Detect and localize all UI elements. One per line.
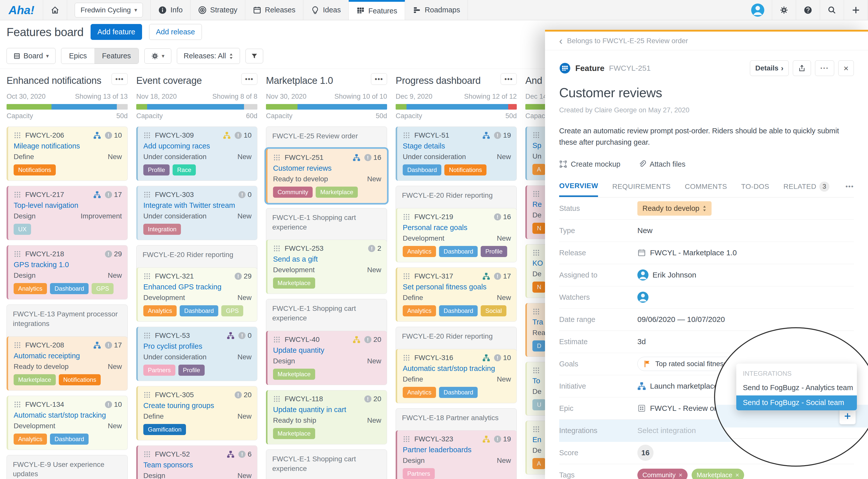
user-menu[interactable] (744, 0, 772, 20)
feature-card[interactable]: FWCYL-316!10Automatic start/stop trackin… (396, 349, 517, 403)
feature-title-link[interactable]: Personal race goals (403, 223, 511, 232)
help-button[interactable] (796, 0, 820, 20)
tab-requirements[interactable]: REQUIREMENTS (612, 183, 671, 196)
feature-title-link[interactable]: Customer reviews (273, 164, 381, 173)
product-picker[interactable]: Fredwin Cycling▾ (67, 0, 151, 20)
tag-pill[interactable]: Community× (638, 469, 688, 479)
feature-title-link[interactable]: GPS tracking 1.0 (13, 261, 122, 269)
aha-logo[interactable]: Aha! (0, 0, 43, 20)
more-actions-button[interactable]: ··· (815, 60, 834, 76)
nav-item-strategy[interactable]: Strategy (190, 0, 245, 20)
nav-item-label: Roadmaps (425, 6, 460, 14)
board-view-dropdown[interactable]: Board ▾ (6, 48, 56, 64)
feature-card[interactable]: FWCYL-309!10Add upcoming racesUnder cons… (136, 126, 257, 181)
info-icon (158, 6, 167, 14)
feature-title-link[interactable]: Send as a gift (273, 255, 381, 263)
column-menu-button[interactable]: ••• (241, 73, 257, 85)
nav-item-roadmaps[interactable]: Roadmaps (405, 0, 468, 20)
segment-epics[interactable]: Epics (61, 48, 94, 64)
feature-card[interactable]: FWCYL-305!20Create touring groupsDefineN… (136, 386, 257, 440)
feature-card[interactable]: FWCYL-206!10Mileage notificationsDefineN… (6, 126, 128, 181)
remove-icon[interactable]: × (679, 471, 682, 479)
feature-title-link[interactable]: Add upcoming races (143, 142, 252, 150)
feature-description[interactable]: Create an automatic review prompt post-o… (559, 125, 847, 148)
feature-title-link[interactable]: Automatic receipting (13, 352, 122, 360)
feature-title[interactable]: Customer reviews (559, 85, 854, 100)
epic-card[interactable]: FWCYL-E-9 User experience updates (6, 455, 128, 479)
feature-card[interactable]: FWCYL-253!2Send as a giftDevelopmentNewM… (266, 240, 387, 294)
top-navigation: Aha! Fredwin Cycling▾ InfoStrategyReleas… (0, 0, 868, 20)
plus-button[interactable] (844, 0, 868, 20)
epic-card[interactable]: FWCYL-E-1 Shopping cart experience (266, 449, 387, 479)
details-button[interactable]: Details › (750, 60, 789, 76)
feature-card[interactable]: FWCYL-251!16Customer reviewsReady to dev… (266, 149, 387, 203)
attach-files-button[interactable]: Attach files (638, 160, 686, 169)
tab-comments[interactable]: COMMENTS (685, 183, 727, 196)
column-menu-button[interactable]: ••• (501, 73, 517, 85)
tabs-more-button[interactable]: ••• (845, 183, 854, 196)
column-menu-button[interactable]: ••• (112, 73, 128, 85)
close-button[interactable]: × (838, 60, 854, 76)
remove-icon[interactable]: × (735, 471, 739, 479)
segment-features[interactable]: Features (94, 48, 138, 64)
nav-item-features[interactable]: Features (349, 0, 405, 20)
feature-title-link[interactable]: Set personal fitness goals (403, 283, 511, 291)
tab-overview[interactable]: OVERVIEW (559, 182, 598, 197)
feature-title-link[interactable]: Stage details (403, 142, 511, 150)
board-settings-dropdown[interactable]: ▾ (144, 49, 171, 64)
gear-icon (151, 52, 159, 60)
feature-card[interactable]: FWCYL-217!17Top-level navigationDesignIm… (6, 186, 128, 240)
feature-card[interactable]: FWCYL-218!29GPS tracking 1.0DesignNewAna… (6, 245, 128, 299)
feature-title-link[interactable]: Update quantity (273, 346, 381, 355)
feature-card[interactable]: FWCYL-51!19Stage detailsUnder considerat… (396, 126, 517, 181)
epic-card[interactable]: FWCYL-E-1 Shopping cart experience (266, 208, 387, 244)
feature-title-link[interactable]: Integrate with Twitter stream (143, 201, 252, 210)
nav-item-ideas[interactable]: Ideas (303, 0, 349, 20)
share-button[interactable] (793, 60, 811, 76)
feature-card[interactable]: FWCYL-40!20Update quantityDesignNewMarke… (266, 331, 387, 385)
breadcrumb[interactable]: ‹ Belongs to FWCYL-E-25 Review order (545, 32, 868, 50)
score-value[interactable]: 16 (638, 445, 653, 461)
feature-card[interactable]: FWCYL-321!29Enhanced GPS trackingDevelop… (136, 267, 257, 322)
home-button[interactable] (43, 0, 67, 20)
nav-item-info[interactable]: Info (151, 0, 190, 20)
feature-title-link[interactable]: Automatic start/stop tracking (13, 411, 122, 419)
feature-card[interactable]: FWCYL-303!0Integrate with Twitter stream… (136, 186, 257, 240)
feature-title-link[interactable]: Update quantity in cart (273, 406, 381, 414)
feature-card[interactable]: FWCYL-317!17Set personal fitness goalsDe… (396, 267, 517, 322)
add-feature-button[interactable]: Add feature (91, 24, 142, 40)
card-status-row: DesignNew (403, 456, 511, 465)
feature-card[interactable]: FWCYL-52!6Team sponsorsDesignNewCommunit… (136, 445, 257, 479)
feature-title-link[interactable]: Create touring groups (143, 401, 252, 410)
column-menu-button[interactable]: ••• (371, 73, 387, 85)
tag-pill[interactable]: Marketplace× (692, 469, 744, 479)
feature-card[interactable]: FWCYL-118!20Update quantity in cartReady… (266, 390, 387, 444)
feature-title-link[interactable]: Partner leaderboards (403, 446, 511, 454)
nav-item-releases[interactable]: Releases (245, 0, 303, 20)
create-mockup-button[interactable]: Create mockup (559, 160, 620, 169)
search-button[interactable] (820, 0, 844, 20)
tab-to-dos[interactable]: TO-DOS (741, 183, 769, 196)
feature-title-link[interactable]: Automatic start/stop tracking (403, 364, 511, 373)
tab-related[interactable]: RELATED3 (783, 182, 830, 197)
gear-button[interactable] (772, 0, 796, 20)
dropdown-option[interactable]: Send to FogBugz - Analytics team (736, 381, 857, 395)
feature-title-link[interactable]: Mileage notifications (13, 142, 122, 150)
feature-title-link[interactable]: Top-level navigation (13, 201, 122, 210)
epic-card[interactable]: FWCYL-E-1 Shopping cart experience (266, 299, 387, 335)
feature-title-link[interactable]: Enhanced GPS tracking (143, 283, 252, 291)
epic-card[interactable]: FWCYL-E-13 Payment processor integration… (6, 304, 128, 340)
integration-placeholder[interactable]: Select integration (638, 426, 696, 435)
feature-title-link[interactable]: Pro cyclist profiles (143, 342, 252, 351)
feature-card[interactable]: FWCYL-134!10Automatic start/stop trackin… (6, 396, 128, 450)
feature-card[interactable]: FWCYL-208!17Automatic receiptingReady to… (6, 336, 128, 391)
filter-button[interactable] (246, 49, 263, 63)
releases-filter-dropdown[interactable]: Releases: All (177, 48, 240, 64)
dropdown-option[interactable]: Send to FogBugz - Social team (736, 395, 857, 410)
status-pill[interactable]: Ready to develop (638, 201, 712, 216)
add-release-button[interactable]: Add release (149, 24, 202, 40)
feature-title-link[interactable]: Team sponsors (143, 461, 252, 469)
feature-card[interactable]: FWCYL-323!19Partner leaderboardsDesignNe… (396, 430, 517, 479)
feature-card[interactable]: FWCYL-219!16Personal race goalsDevelopme… (396, 208, 517, 262)
feature-card[interactable]: FWCYL-53!0Pro cyclist profilesUnder cons… (136, 327, 257, 381)
